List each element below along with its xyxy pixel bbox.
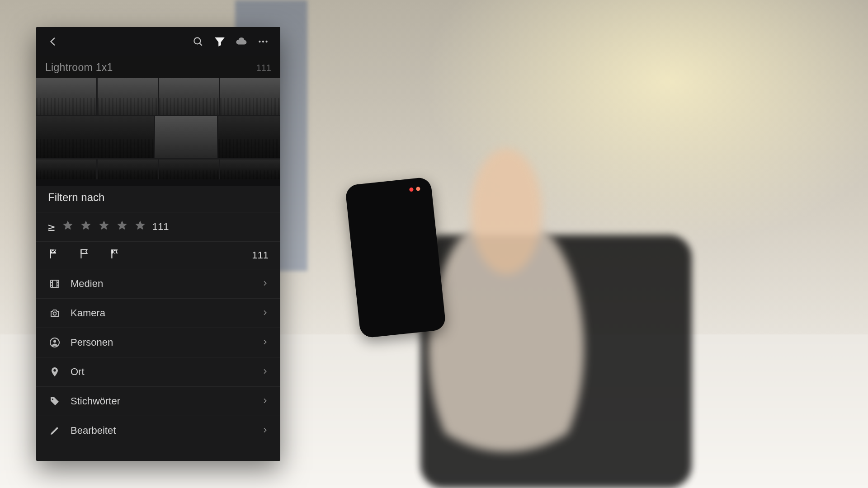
location-pin-icon: [48, 366, 61, 377]
svg-point-17: [53, 340, 56, 343]
chevron-right-icon: [261, 278, 269, 290]
svg-rect-7: [111, 249, 112, 258]
svg-rect-5: [50, 249, 51, 258]
flag-filter-row[interactable]: 111: [36, 242, 280, 269]
filter-section-title: Filtern nach: [36, 179, 280, 212]
flags-count: 111: [252, 249, 269, 261]
person-icon: [48, 337, 61, 348]
camera-icon: [48, 308, 61, 319]
pencil-icon: [48, 425, 61, 436]
filter-people-label: Personen: [71, 337, 261, 348]
chevron-right-icon: [261, 395, 269, 407]
star-2[interactable]: [80, 220, 92, 234]
svg-point-0: [194, 38, 200, 44]
svg-point-15: [53, 312, 57, 315]
chevron-right-icon: [261, 337, 269, 348]
chevron-right-icon: [261, 307, 269, 319]
star-1[interactable]: [62, 220, 74, 234]
filter-people-row[interactable]: Personen: [36, 328, 280, 357]
lightroom-filter-panel: Lightroom 1x1 111 Filtern nach ≥ 11: [36, 27, 280, 461]
thumbnail[interactable]: [218, 116, 280, 158]
search-icon[interactable]: [187, 31, 209, 52]
thumbnail[interactable]: [98, 78, 158, 115]
filter-location-row[interactable]: Ort: [36, 357, 280, 387]
tag-icon: [48, 396, 61, 407]
thumbnail[interactable]: [36, 160, 96, 179]
chevron-right-icon: [261, 366, 269, 378]
svg-point-18: [52, 399, 53, 400]
chevron-right-icon: [261, 425, 269, 436]
thumbnail[interactable]: [159, 78, 219, 115]
phone-prop: [345, 177, 446, 338]
rating-filter-row[interactable]: ≥ 111: [36, 212, 280, 242]
filter-edited-label: Bearbeitet: [71, 425, 261, 436]
svg-line-1: [199, 43, 202, 45]
thumbnail[interactable]: [159, 160, 219, 179]
album-header[interactable]: Lightroom 1x1 111: [36, 56, 280, 78]
filter-media-label: Medien: [71, 278, 261, 290]
filter-camera-label: Kamera: [71, 307, 261, 319]
svg-point-2: [259, 41, 260, 42]
album-title: Lightroom 1x1: [45, 61, 113, 74]
thumbnail-grid[interactable]: [36, 78, 280, 179]
album-count: 111: [256, 63, 271, 73]
more-icon[interactable]: [252, 31, 274, 52]
thumbnail[interactable]: [36, 116, 154, 158]
star-5[interactable]: [134, 220, 146, 234]
thumbnail[interactable]: [36, 78, 96, 115]
filter-keywords-row[interactable]: Stichwörter: [36, 387, 280, 416]
thumbnail[interactable]: [155, 116, 217, 158]
star-3[interactable]: [98, 220, 110, 234]
filter-edited-row[interactable]: Bearbeitet: [36, 416, 280, 445]
thumbnail[interactable]: [220, 78, 280, 115]
flag-rejected-icon[interactable]: [109, 248, 121, 263]
svg-rect-8: [51, 280, 59, 287]
svg-point-3: [262, 41, 264, 42]
cloud-icon[interactable]: [231, 31, 252, 52]
filter-icon[interactable]: [209, 31, 231, 52]
back-button[interactable]: [42, 31, 64, 52]
svg-point-4: [265, 41, 267, 42]
thumbnail[interactable]: [98, 160, 158, 179]
filter-camera-row[interactable]: Kamera: [36, 299, 280, 328]
thumbnail[interactable]: [220, 160, 280, 179]
top-bar: [36, 27, 280, 56]
filter-keywords-label: Stichwörter: [71, 395, 261, 407]
rating-count: 111: [152, 221, 169, 233]
flag-picked-icon[interactable]: [48, 248, 60, 263]
film-icon: [48, 278, 61, 289]
filter-location-label: Ort: [71, 366, 261, 378]
star-4[interactable]: [116, 220, 128, 234]
gte-icon[interactable]: ≥: [48, 220, 54, 234]
filter-media-row[interactable]: Medien: [36, 269, 280, 299]
flag-unflagged-icon[interactable]: [79, 248, 90, 263]
